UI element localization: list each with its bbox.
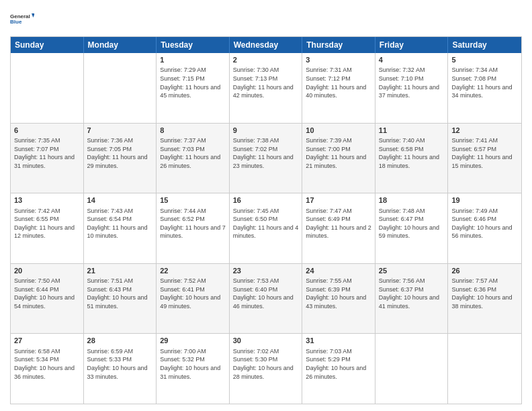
calendar-cell-0-2: 1 Sunrise: 7:29 AMSunset: 7:15 PMDayligh… (157, 53, 230, 123)
day-number: 6 (14, 126, 80, 136)
day-number: 28 (87, 336, 153, 346)
calendar-cell-0-3: 2 Sunrise: 7:30 AMSunset: 7:13 PMDayligh… (230, 53, 303, 123)
calendar-cell-3-2: 22 Sunrise: 7:52 AMSunset: 6:41 PMDaylig… (157, 264, 230, 334)
calendar: SundayMondayTuesdayWednesdayThursdayFrid… (10, 36, 522, 404)
calendar-body: 1 Sunrise: 7:29 AMSunset: 7:15 PMDayligh… (11, 53, 521, 404)
cell-info: Sunrise: 7:44 AMSunset: 6:52 PMDaylight:… (160, 207, 226, 240)
day-number: 14 (87, 195, 153, 205)
calendar-cell-3-4: 24 Sunrise: 7:55 AMSunset: 6:39 PMDaylig… (302, 264, 375, 334)
calendar-cell-3-3: 23 Sunrise: 7:53 AMSunset: 6:40 PMDaylig… (230, 264, 303, 334)
cell-info: Sunrise: 7:03 AMSunset: 5:29 PMDaylight:… (306, 347, 371, 381)
day-number: 7 (87, 126, 153, 136)
cell-info: Sunrise: 7:50 AMSunset: 6:44 PMDaylight:… (14, 277, 80, 310)
cell-info: Sunrise: 6:59 AMSunset: 5:33 PMDaylight:… (87, 347, 153, 381)
calendar-row-4: 20 Sunrise: 7:50 AMSunset: 6:44 PMDaylig… (11, 263, 521, 334)
header-day-saturday: Saturday (448, 37, 521, 53)
calendar-cell-4-0: 27 Sunrise: 6:58 AMSunset: 5:34 PMDaylig… (11, 334, 84, 404)
cell-info: Sunrise: 7:56 AMSunset: 6:37 PMDaylight:… (379, 277, 445, 310)
cell-info: Sunrise: 7:32 AMSunset: 7:10 PMDaylight:… (379, 66, 445, 99)
header-day-wednesday: Wednesday (230, 37, 303, 53)
cell-info: Sunrise: 7:43 AMSunset: 6:54 PMDaylight:… (87, 207, 153, 240)
calendar-cell-2-4: 17 Sunrise: 7:47 AMSunset: 6:49 PMDaylig… (302, 193, 375, 263)
calendar-cell-2-6: 19 Sunrise: 7:49 AMSunset: 6:46 PMDaylig… (448, 193, 521, 263)
calendar-cell-1-1: 7 Sunrise: 7:36 AMSunset: 7:05 PMDayligh… (84, 124, 157, 193)
day-number: 12 (451, 126, 518, 136)
calendar-row-1: 1 Sunrise: 7:29 AMSunset: 7:15 PMDayligh… (11, 53, 521, 123)
calendar-cell-2-0: 13 Sunrise: 7:42 AMSunset: 6:55 PMDaylig… (11, 193, 84, 263)
calendar-cell-2-1: 14 Sunrise: 7:43 AMSunset: 6:54 PMDaylig… (84, 193, 157, 263)
calendar-cell-2-2: 15 Sunrise: 7:44 AMSunset: 6:52 PMDaylig… (157, 193, 230, 263)
day-number: 4 (379, 55, 445, 65)
day-number: 3 (306, 55, 371, 65)
cell-info: Sunrise: 7:00 AMSunset: 5:32 PMDaylight:… (160, 347, 226, 381)
cell-info: Sunrise: 7:57 AMSunset: 6:36 PMDaylight:… (451, 277, 518, 310)
header-day-monday: Monday (84, 37, 157, 53)
day-number: 29 (160, 336, 226, 346)
logo: General Blue (10, 7, 34, 31)
calendar-row-3: 13 Sunrise: 7:42 AMSunset: 6:55 PMDaylig… (11, 193, 521, 263)
cell-info: Sunrise: 7:39 AMSunset: 7:00 PMDaylight:… (306, 136, 371, 170)
day-number: 22 (160, 266, 226, 276)
logo-svg: General Blue (10, 7, 34, 31)
cell-info: Sunrise: 7:36 AMSunset: 7:05 PMDaylight:… (87, 136, 153, 170)
calendar-cell-1-5: 11 Sunrise: 7:40 AMSunset: 6:58 PMDaylig… (375, 124, 449, 193)
calendar-cell-3-1: 21 Sunrise: 7:51 AMSunset: 6:43 PMDaylig… (84, 264, 157, 334)
cell-info: Sunrise: 7:53 AMSunset: 6:40 PMDaylight:… (233, 277, 299, 310)
day-number: 5 (451, 55, 518, 65)
calendar-cell-0-4: 3 Sunrise: 7:31 AMSunset: 7:12 PMDayligh… (302, 53, 375, 123)
day-number: 27 (14, 336, 80, 346)
cell-info: Sunrise: 7:30 AMSunset: 7:13 PMDaylight:… (233, 66, 299, 99)
header-day-tuesday: Tuesday (157, 37, 230, 53)
day-number: 30 (233, 336, 299, 346)
day-number: 8 (160, 126, 226, 136)
day-number: 23 (233, 266, 299, 276)
calendar-cell-4-4: 31 Sunrise: 7:03 AMSunset: 5:29 PMDaylig… (302, 334, 375, 404)
day-number: 21 (87, 266, 153, 276)
header-day-friday: Friday (375, 37, 449, 53)
calendar-cell-4-2: 29 Sunrise: 7:00 AMSunset: 5:32 PMDaylig… (157, 334, 230, 404)
calendar-cell-0-0 (11, 53, 84, 123)
calendar-cell-1-4: 10 Sunrise: 7:39 AMSunset: 7:00 PMDaylig… (302, 124, 375, 193)
calendar-cell-1-6: 12 Sunrise: 7:41 AMSunset: 6:57 PMDaylig… (448, 124, 521, 193)
day-number: 9 (233, 126, 299, 136)
calendar-cell-1-3: 9 Sunrise: 7:38 AMSunset: 7:02 PMDayligh… (230, 124, 303, 193)
day-number: 15 (160, 195, 226, 205)
day-number: 31 (306, 336, 371, 346)
day-number: 16 (233, 195, 299, 205)
cell-info: Sunrise: 7:29 AMSunset: 7:15 PMDaylight:… (160, 66, 226, 99)
header: General Blue (10, 7, 522, 31)
calendar-cell-0-5: 4 Sunrise: 7:32 AMSunset: 7:10 PMDayligh… (375, 53, 449, 123)
header-day-thursday: Thursday (302, 37, 375, 53)
day-number: 25 (379, 266, 445, 276)
calendar-cell-3-6: 26 Sunrise: 7:57 AMSunset: 6:36 PMDaylig… (448, 264, 521, 334)
day-number: 24 (306, 266, 371, 276)
calendar-cell-3-5: 25 Sunrise: 7:56 AMSunset: 6:37 PMDaylig… (375, 264, 449, 334)
cell-info: Sunrise: 7:51 AMSunset: 6:43 PMDaylight:… (87, 277, 153, 310)
cell-info: Sunrise: 7:49 AMSunset: 6:46 PMDaylight:… (451, 207, 518, 240)
day-number: 13 (14, 195, 80, 205)
day-number: 19 (451, 195, 518, 205)
day-number: 11 (379, 126, 445, 136)
calendar-cell-3-0: 20 Sunrise: 7:50 AMSunset: 6:44 PMDaylig… (11, 264, 84, 334)
day-number: 26 (451, 266, 518, 276)
day-number: 2 (233, 55, 299, 65)
calendar-cell-1-0: 6 Sunrise: 7:35 AMSunset: 7:07 PMDayligh… (11, 124, 84, 193)
calendar-cell-4-3: 30 Sunrise: 7:02 AMSunset: 5:30 PMDaylig… (230, 334, 303, 404)
cell-info: Sunrise: 7:47 AMSunset: 6:49 PMDaylight:… (306, 207, 371, 240)
cell-info: Sunrise: 7:42 AMSunset: 6:55 PMDaylight:… (14, 207, 80, 240)
calendar-cell-2-3: 16 Sunrise: 7:45 AMSunset: 6:50 PMDaylig… (230, 193, 303, 263)
cell-info: Sunrise: 7:48 AMSunset: 6:47 PMDaylight:… (379, 207, 445, 240)
cell-info: Sunrise: 7:45 AMSunset: 6:50 PMDaylight:… (233, 207, 299, 240)
calendar-cell-0-6: 5 Sunrise: 7:34 AMSunset: 7:08 PMDayligh… (448, 53, 521, 123)
cell-info: Sunrise: 7:40 AMSunset: 6:58 PMDaylight:… (379, 136, 445, 170)
svg-text:Blue: Blue (10, 19, 22, 25)
calendar-cell-1-2: 8 Sunrise: 7:37 AMSunset: 7:03 PMDayligh… (157, 124, 230, 193)
header-day-sunday: Sunday (11, 37, 84, 53)
calendar-cell-4-1: 28 Sunrise: 6:59 AMSunset: 5:33 PMDaylig… (84, 334, 157, 404)
calendar-row-2: 6 Sunrise: 7:35 AMSunset: 7:07 PMDayligh… (11, 123, 521, 193)
cell-info: Sunrise: 7:52 AMSunset: 6:41 PMDaylight:… (160, 277, 226, 310)
day-number: 10 (306, 126, 371, 136)
day-number: 1 (160, 55, 226, 65)
cell-info: Sunrise: 6:58 AMSunset: 5:34 PMDaylight:… (14, 347, 80, 381)
page: General Blue SundayMondayTuesdayWednesda… (0, 0, 532, 411)
